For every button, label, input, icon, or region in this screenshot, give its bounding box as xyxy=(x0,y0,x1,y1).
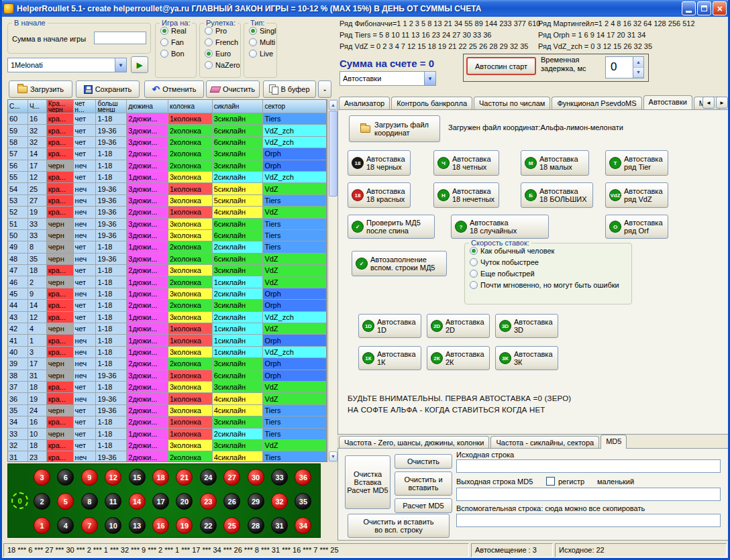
radio-чуток-побыстрее[interactable]: Чуток побыстрее xyxy=(470,258,631,266)
table-row[interactable]: 3831черннеч19-363дюжи...1колонка6сиклайн… xyxy=(8,370,327,382)
wheel-number-0[interactable]: 0 xyxy=(11,492,28,509)
bet-button[interactable]: 2DАвтоставка2D xyxy=(427,314,490,338)
bet-button[interactable]: ТАвтоставкаряд Tier xyxy=(605,150,668,176)
spinner-up-icon[interactable]: ▲ xyxy=(633,57,643,68)
table-row[interactable]: 5714кра...чет1-182дюжи...2колонка3сиклай… xyxy=(8,148,327,160)
wheel-number-5[interactable]: 5 xyxy=(57,493,74,510)
wheel-number-25[interactable]: 25 xyxy=(223,517,240,534)
tab-2[interactable]: Частоты по числам xyxy=(474,97,550,109)
table-row[interactable]: 459кра...неч1-181дюжи...3колонка2сиклайн… xyxy=(8,288,327,300)
table-row[interactable]: 3524чернчет19-362дюжи...3колонка4сиклайн… xyxy=(8,405,327,416)
wheel-number-21[interactable]: 21 xyxy=(176,469,193,486)
bet-button[interactable]: 3КАвтоставка3К xyxy=(495,346,558,370)
table-row[interactable]: 4718кра...чет1-182дюжи...3колонка3сиклай… xyxy=(8,265,327,276)
tab-4[interactable]: Автоставки xyxy=(643,95,692,109)
wheel-number-16[interactable]: 16 xyxy=(152,517,169,534)
bet-button[interactable]: ЧАвтоставка18 четных xyxy=(433,150,499,176)
scroll-up-icon[interactable]: ▲ xyxy=(329,100,337,110)
delay-spinner[interactable]: 0 ▲ ▼ xyxy=(605,56,644,78)
md5-helper-input[interactable] xyxy=(456,514,721,527)
radio-nazero[interactable]: NaZero xyxy=(205,61,240,69)
radio-french[interactable]: French xyxy=(205,38,240,46)
bet-button[interactable]: БАвтоставка18 БОЛЬШИХ xyxy=(521,182,593,208)
wheel-number-29[interactable]: 29 xyxy=(248,493,264,510)
minimize-button[interactable] xyxy=(682,1,696,15)
wheel-number-33[interactable]: 33 xyxy=(271,469,288,486)
table-row[interactable]: 5832кра...чет19-363дюжи...2колонка6сикла… xyxy=(8,137,327,148)
table-row[interactable]: 403кра...неч1-181дюжи...3колонка1сиклайн… xyxy=(8,347,327,358)
bet-button[interactable]: 2КАвтоставка2К xyxy=(427,346,490,370)
table-row[interactable]: 3718кра...чет1-182дюжи...3колонка3сиклай… xyxy=(8,382,327,393)
table-row[interactable]: 3619кра...неч19-362дюжи...1колонка4сикла… xyxy=(8,393,327,404)
table-row[interactable]: 3218кра...чет1-182дюжи...3колонка3сиклай… xyxy=(8,440,327,451)
table-row[interactable]: 411кра...неч1-181дюжи...1колонка1сиклайн… xyxy=(8,335,327,346)
wheel-number-1[interactable]: 1 xyxy=(34,517,50,534)
wheel-number-19[interactable]: 19 xyxy=(176,517,193,534)
table-row[interactable]: 5932кра...чет19-363дюжи...2колонка6сикла… xyxy=(8,125,327,136)
tab-1[interactable]: Контроль банкролла xyxy=(391,97,472,109)
autospin-button[interactable]: Автоспин старт xyxy=(466,57,536,75)
md5-source-input[interactable] xyxy=(456,459,721,473)
radio-почти-мгновенно--но-могут-быть-ошибки[interactable]: Почти мгновенно, но могут быть ошибки xyxy=(470,281,631,289)
wheel-number-17[interactable]: 17 xyxy=(152,493,169,510)
autostavki-combo[interactable]: Автоставки ▼ xyxy=(340,71,436,86)
table-row[interactable]: 5219кра...неч19-362дюжи...1колонка4сикла… xyxy=(8,207,327,218)
bet-button[interactable]: 18Автоставка18 красных xyxy=(348,182,411,208)
md5-clear-paste-helper-button[interactable]: Очистить и вставитьво всп. строку xyxy=(348,514,450,538)
md5-calc-button[interactable]: Расчет MD5 xyxy=(395,498,452,513)
tab-scroll-left-icon[interactable]: ◄ xyxy=(702,97,715,109)
wheel-number-4[interactable]: 4 xyxy=(57,517,74,534)
load-button[interactable]: Загрузить xyxy=(9,80,72,98)
tab-2[interactable]: MD5 xyxy=(601,435,627,449)
bet-button[interactable]: ?Автоставка18 случайных xyxy=(451,215,549,239)
tab-3[interactable]: Функционал PsevdoMS xyxy=(552,97,641,109)
wheel-number-3[interactable]: 3 xyxy=(34,469,50,486)
wheel-number-9[interactable]: 9 xyxy=(81,469,98,486)
copy-buffer-button[interactable]: В буфер xyxy=(263,80,316,98)
wheel-number-30[interactable]: 30 xyxy=(248,469,264,486)
table-row[interactable]: 5617черннеч1-182дюжи...2колонка3сиклайнO… xyxy=(8,160,327,172)
bet-button[interactable]: НАвтоставка18 нечетных xyxy=(433,182,499,208)
wheel-number-2[interactable]: 2 xyxy=(34,493,50,510)
bet-button[interactable]: ✓Проверить МД5после спина xyxy=(348,215,435,239)
tab-0[interactable]: Частота - Zero, шансы, дюжины, колонки xyxy=(339,436,489,449)
wheel-number-27[interactable]: 27 xyxy=(223,469,240,486)
table-row[interactable]: 3123кра...неч19-362дюжи...2колонка4сикла… xyxy=(8,451,327,462)
wheel-number-36[interactable]: 36 xyxy=(295,469,311,486)
preset-combo[interactable]: 1Melonati ▼ xyxy=(7,58,127,72)
md5-big-button[interactable]: ОчисткаВставкаРасчет MD5 xyxy=(345,455,390,509)
wheel-number-11[interactable]: 11 xyxy=(105,493,121,510)
table-row[interactable]: 3917черннеч1-182дюжи...2колонка3сиклайнO… xyxy=(8,358,327,370)
wheel-number-18[interactable]: 18 xyxy=(152,469,169,486)
tab-0[interactable]: Анализатор xyxy=(339,97,390,109)
table-row[interactable]: 498чернчет1-181дюжи...2колонка2сиклайнTi… xyxy=(8,241,327,253)
table-row[interactable]: 4312кра...чет1-181дюжи...3колонка2сиклай… xyxy=(8,312,327,323)
spinner-down-icon[interactable]: ▼ xyxy=(633,68,643,78)
wheel-number-15[interactable]: 15 xyxy=(129,469,146,486)
wheel-number-20[interactable]: 20 xyxy=(176,493,193,510)
load-coords-button[interactable]: Загрузить файлкоординат xyxy=(349,115,440,142)
bet-button[interactable]: 3DАвтоставка3D xyxy=(495,314,558,338)
wheel-number-6[interactable]: 6 xyxy=(57,469,74,486)
md5-out-input[interactable] xyxy=(456,488,721,501)
bet-button[interactable]: 1DАвтоставка1D xyxy=(358,314,421,338)
md5-clear-button[interactable]: Очистить xyxy=(395,454,452,469)
chevron-down-icon[interactable]: ▼ xyxy=(424,72,435,85)
radio-pro[interactable]: Pro xyxy=(205,27,240,35)
table-row[interactable]: 3416кра...чет1-182дюжи...1колонка3сиклай… xyxy=(8,416,327,428)
table-row[interactable]: 5512кра...чет1-181дюжи...3колонка2сиклай… xyxy=(8,172,327,183)
radio-как-обычный-человек[interactable]: Как обычный человек xyxy=(470,247,631,255)
bet-button[interactable]: 1КАвтоставка1К xyxy=(358,346,421,370)
scrollbar-thumb[interactable] xyxy=(329,111,337,197)
save-button[interactable]: Сохранить xyxy=(76,80,140,98)
md5-clear-paste-button[interactable]: Очистить ивставить xyxy=(395,471,452,496)
wheel-number-13[interactable]: 13 xyxy=(129,517,146,534)
radio-bon[interactable]: Bon xyxy=(160,50,196,58)
wheel-number-12[interactable]: 12 xyxy=(105,469,121,486)
table-row[interactable]: 424чернчет1-181дюжи...1колонка1сиклайнVd… xyxy=(8,323,327,335)
wheel-number-28[interactable]: 28 xyxy=(248,517,264,534)
table-row[interactable]: 6016кра...чет1-182дюжи...1колонка3сиклай… xyxy=(8,113,327,125)
table-row[interactable]: 5327кра...неч19-363дюжи...3колонка5сикла… xyxy=(8,195,327,207)
start-play-button[interactable]: ▶ xyxy=(131,56,148,73)
maximize-button[interactable] xyxy=(697,1,711,15)
